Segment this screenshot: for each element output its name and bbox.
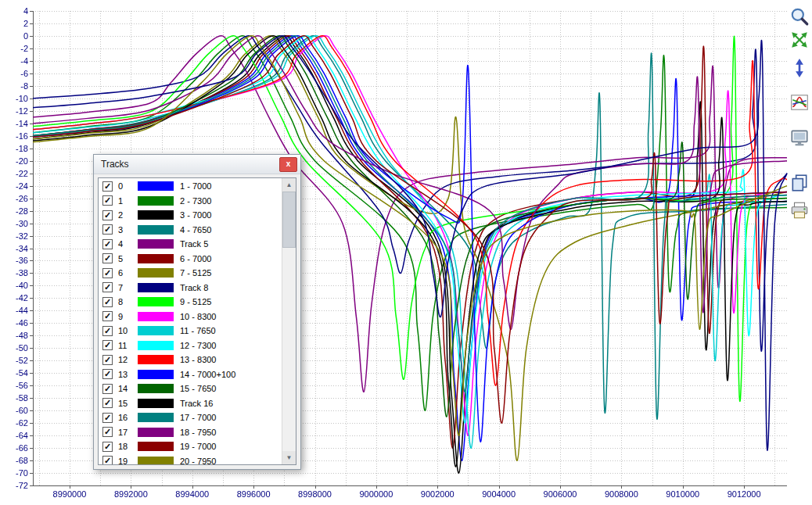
track-row[interactable]: ✓01 - 7000 xyxy=(99,179,282,194)
magnifier-icon xyxy=(789,6,810,27)
track-checkbox[interactable]: ✓ xyxy=(102,384,113,394)
close-icon[interactable]: x xyxy=(279,157,297,172)
y-tick-label: -62 xyxy=(0,418,28,428)
track-index: 1 xyxy=(118,196,138,206)
vertical-fit-icon xyxy=(789,58,810,78)
track-checkbox[interactable]: ✓ xyxy=(102,311,113,321)
track-color-swatch xyxy=(138,225,174,235)
track-index: 2 xyxy=(118,210,138,220)
track-checkbox[interactable]: ✓ xyxy=(102,239,113,249)
track-color-swatch xyxy=(138,457,174,465)
track-row[interactable]: ✓1819 - 7000 xyxy=(99,439,282,454)
track-row[interactable]: ✓56 - 7000 xyxy=(99,252,282,267)
track-row[interactable]: ✓23 - 7000 xyxy=(99,208,282,223)
track-row[interactable]: ✓34 - 7650 xyxy=(99,223,282,238)
auto-scale-button[interactable] xyxy=(789,30,810,50)
track-checkbox[interactable]: ✓ xyxy=(102,224,113,235)
track-checkbox[interactable]: ✓ xyxy=(102,398,113,408)
copy-button[interactable] xyxy=(789,173,810,193)
track-row[interactable]: ✓1112 - 7300 xyxy=(99,338,282,353)
track-checkbox[interactable]: ✓ xyxy=(102,413,113,423)
track-checkbox[interactable]: ✓ xyxy=(102,369,113,379)
chart-view-button[interactable] xyxy=(789,92,810,113)
x-tick-label: 9000000 xyxy=(350,489,403,499)
print-button[interactable] xyxy=(789,200,810,220)
track-checkbox[interactable]: ✓ xyxy=(102,456,113,465)
tracks-scrollbar[interactable]: ▲ ▼ xyxy=(282,178,296,464)
track-color-swatch xyxy=(138,196,174,206)
track-index: 8 xyxy=(118,297,138,306)
track-row[interactable]: ✓4Track 5 xyxy=(99,237,282,252)
track-color-swatch xyxy=(138,399,174,408)
y-tick-label: -8 xyxy=(0,81,28,91)
y-tick-label: -52 xyxy=(0,356,28,365)
track-label: 1 - 7000 xyxy=(180,181,211,191)
track-row[interactable]: ✓1213 - 8300 xyxy=(99,353,282,367)
track-row[interactable]: ✓1617 - 7000 xyxy=(99,410,282,425)
y-tick-label: -40 xyxy=(0,281,28,290)
track-index: 9 xyxy=(118,312,138,321)
track-index: 18 xyxy=(118,442,138,451)
track-checkbox[interactable]: ✓ xyxy=(102,427,113,437)
track-checkbox[interactable]: ✓ xyxy=(102,442,113,452)
track-label: Track 5 xyxy=(180,239,208,249)
track-row[interactable]: ✓67 - 5125 xyxy=(99,266,282,281)
track-color-swatch xyxy=(138,326,174,335)
tracks-dialog-titlebar[interactable]: Tracks x xyxy=(94,155,300,174)
track-checkbox[interactable]: ✓ xyxy=(102,340,113,350)
track-checkbox[interactable]: ✓ xyxy=(102,181,113,192)
y-tick-label: -6 xyxy=(0,69,28,78)
track-checkbox[interactable]: ✓ xyxy=(102,253,113,263)
track-label: 3 - 7000 xyxy=(180,210,211,220)
scale-arrows-icon xyxy=(789,30,810,50)
track-row[interactable]: ✓15Track 16 xyxy=(99,396,282,411)
track-checkbox[interactable]: ✓ xyxy=(102,210,113,220)
track-index: 19 xyxy=(118,457,138,465)
track-row[interactable]: ✓1011 - 7650 xyxy=(99,324,282,338)
track-row[interactable]: ✓89 - 5125 xyxy=(99,295,282,310)
track-checkbox[interactable]: ✓ xyxy=(102,282,113,292)
track-row[interactable]: ✓1920 - 7950 xyxy=(99,454,282,466)
track-row[interactable]: ✓1415 - 7650 xyxy=(99,381,282,396)
y-tick-label: -44 xyxy=(0,306,28,315)
track-color-swatch xyxy=(138,428,174,437)
track-index: 5 xyxy=(118,254,138,263)
tracks-list: ✓01 - 7000✓12 - 7300✓23 - 7000✓34 - 7650… xyxy=(98,177,296,465)
track-checkbox[interactable]: ✓ xyxy=(102,355,113,365)
x-tick-label: 9006000 xyxy=(534,489,587,499)
track-checkbox[interactable]: ✓ xyxy=(102,268,113,278)
fit-vertical-button[interactable] xyxy=(789,58,810,78)
monitor-icon xyxy=(789,127,810,148)
track-row[interactable]: ✓7Track 8 xyxy=(99,281,282,295)
track-label: 11 - 7650 xyxy=(180,326,216,335)
scroll-thumb[interactable] xyxy=(282,192,296,248)
y-tick-label: -14 xyxy=(0,119,28,128)
track-index: 11 xyxy=(118,341,138,350)
track-label: 19 - 7000 xyxy=(180,442,216,451)
track-label: 9 - 5125 xyxy=(180,297,211,306)
track-row[interactable]: ✓1314 - 7000+100 xyxy=(99,367,282,382)
track-checkbox[interactable]: ✓ xyxy=(102,195,113,206)
scroll-down-icon[interactable]: ▼ xyxy=(282,451,296,464)
y-tick-label: -60 xyxy=(0,406,28,415)
x-tick-label: 8990000 xyxy=(43,489,96,499)
y-tick-label: -66 xyxy=(0,443,28,453)
track-label: 10 - 8300 xyxy=(180,312,216,321)
y-tick-label: -30 xyxy=(0,219,28,228)
track-row[interactable]: ✓12 - 7300 xyxy=(99,194,282,209)
track-index: 4 xyxy=(118,239,138,249)
scroll-up-icon[interactable]: ▲ xyxy=(282,178,296,192)
zoom-button[interactable] xyxy=(789,6,810,27)
y-tick-label: -26 xyxy=(0,194,28,203)
y-tick-label: -28 xyxy=(0,206,28,216)
track-label: 20 - 7950 xyxy=(180,457,216,465)
application-window: 420-2-4-6-8-10-12-14-16-18-20-22-24-26-2… xyxy=(0,0,812,505)
track-checkbox[interactable]: ✓ xyxy=(102,326,113,336)
track-checkbox[interactable]: ✓ xyxy=(102,297,113,307)
track-row[interactable]: ✓910 - 8300 xyxy=(99,310,282,324)
tracks-dialog: Tracks x ✓01 - 7000✓12 - 7300✓23 - 7000✓… xyxy=(93,154,301,470)
y-tick-label: -10 xyxy=(0,94,28,103)
track-color-swatch xyxy=(138,210,174,220)
track-row[interactable]: ✓1718 - 7950 xyxy=(99,425,282,440)
display-button[interactable] xyxy=(789,127,810,148)
